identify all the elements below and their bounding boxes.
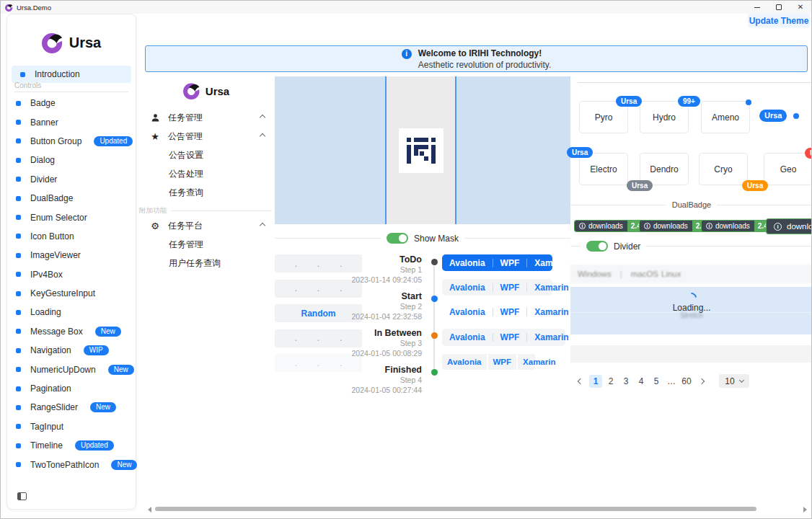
badge-card-geo: Geo [764,153,812,185]
loading-background-tabs: Windows | macOS Linux [570,265,812,283]
gear-icon: ⚙ [149,221,161,231]
sidebar-item-dualbadge[interactable]: DualBadge [7,189,136,208]
toggle-knob [399,234,407,242]
sidebar-item-introduction[interactable]: Introduction [12,66,131,83]
badge-card-ameno: Ameno [701,101,750,133]
badge-pill: Ursa [742,180,768,191]
group-button-xamarin[interactable]: Xamarin [518,358,560,366]
badge-pill: Ursa [616,96,642,107]
minimize-button[interactable] [746,1,768,14]
timeline-item: Finished Step 4 2024-01-05 00:27:44 [347,365,422,395]
pagination: 1 2 3 4 5 … 60 10 [574,374,749,388]
page-button-5[interactable]: 5 [650,375,663,388]
chevron-right-icon [699,378,705,383]
menu-item-announcement-settings[interactable]: 公告设置 [138,146,275,164]
sidebar-item-imageviewer[interactable]: ImageViewer [7,246,136,265]
group-button-wpf[interactable]: WPF [493,307,527,317]
update-theme-button[interactable]: Update Theme [748,14,810,27]
bullet-icon [16,215,21,220]
badge-pill: 99+ [678,96,700,107]
group-button-wpf[interactable]: WPF [493,258,527,268]
menu-item-task-management-child[interactable]: 任务管理 [138,235,275,254]
timeline-dot [431,332,438,339]
menu-item-announcement-processing[interactable]: 公告处理 [138,164,275,183]
group-button-avalonia[interactable]: Avalonia [442,258,493,268]
page-size-dropdown[interactable]: 10 [719,374,749,388]
timeline-line [433,266,435,374]
menu-item-user-task-query[interactable]: 用户任务查询 [138,254,275,272]
page-button-60[interactable]: 60 [680,375,693,388]
bullet-icon [16,272,21,277]
menu-item-task-query[interactable]: 任务查询 [138,183,275,202]
next-page-button[interactable] [695,375,708,388]
menu-item-announcement-management[interactable]: ★ 公告管理 [138,127,275,146]
group-button-wpf[interactable]: WPF [493,283,527,293]
menu-item-task-management[interactable]: 任务管理 [138,108,275,127]
info-icon: i [402,49,412,59]
divider-line [464,238,570,239]
group-button-avalonia[interactable]: Avalonia [442,332,493,342]
sidebar-item-loading[interactable]: Loading [7,303,136,321]
group-button-avalonia[interactable]: Avalonia [442,358,487,366]
page-button-2[interactable]: 2 [604,375,617,388]
sidebar-item-navigation[interactable]: NavigationWIP [7,341,136,360]
sidebar-section-controls: Controls [14,81,128,92]
close-button[interactable]: ✕ [790,1,811,14]
bullet-icon [16,291,21,296]
sidebar-item-pagination[interactable]: Pagination [7,379,136,398]
window-title: Ursa.Demo [17,4,51,12]
demo-navigation-menu: Ursa 任务管理 ★ 公告管理 公告设置 公告处理 任务查询 附加功能 [138,73,275,491]
divider-line [578,82,812,83]
group-button-avalonia[interactable]: Avalonia [442,307,493,317]
tab-macos: macOS [631,270,658,278]
sidebar-item-badge[interactable]: Badge [7,94,136,112]
button-group-compact: Avalonia WPF Xamarin [442,354,535,370]
page-ellipsis[interactable]: … [665,375,678,388]
sidebar-item-timeline[interactable]: TimelineUpdated [7,436,136,455]
user-icon [149,113,161,123]
sidebar-item-button-group[interactable]: Button GroupUpdated [7,132,136,151]
dualbadge-divider: DualBadge [570,200,812,209]
divider-line: | [620,270,622,278]
sidebar-item-icon-button[interactable]: Icon Button [7,227,136,246]
sidebar-item-ipv4box[interactable]: IPv4Box [7,265,136,284]
maximize-button[interactable] [768,1,790,14]
scroll-left-arrow[interactable] [148,507,151,513]
page-button-3[interactable]: 3 [619,375,632,388]
page-button-4[interactable]: 4 [635,375,648,388]
sidebar-item-rangeslider[interactable]: RangeSliderNew [7,398,136,417]
previous-page-button[interactable] [574,375,587,388]
standalone-badge-dot [793,113,799,119]
sidebar-item-twotonepathicon[interactable]: TwoTonePathIconNew [7,455,136,474]
collapse-sidebar-button[interactable] [17,492,27,502]
sidebar-item-divider[interactable]: Divider [7,170,136,189]
sidebar-item-enum-selector[interactable]: Enum Selector [7,208,136,226]
scrollbar-thumb[interactable] [155,507,756,511]
group-button-wpf[interactable]: WPF [488,358,517,366]
sidebar-item-banner[interactable]: Banner [7,112,136,131]
ursa-logo-icon [183,82,200,99]
show-mask-divider: Show Mask [275,233,570,244]
maximize-icon [776,4,782,10]
sidebar-item-keygestureinput[interactable]: KeyGestureInput [7,284,136,303]
sidebar-item-numericupdown[interactable]: NumericUpDownNew [7,360,136,378]
status-badge: Updated [94,136,133,146]
sidebar-item-message-box[interactable]: Message BoxNew [7,322,136,341]
divider-line [275,238,381,239]
page-button-1[interactable]: 1 [589,375,602,388]
sidebar-item-taginput[interactable]: TagInput [7,417,136,436]
sidebar-item-dialog[interactable]: Dialog [7,151,136,169]
badge-pill: Ursa [805,148,812,159]
menu-item-task-platform[interactable]: ⚙ 任务平台 [138,216,275,235]
group-button-wpf[interactable]: WPF [493,332,527,342]
status-badge: WIP [84,345,109,355]
group-button-avalonia[interactable]: Avalonia [442,283,493,293]
viewer-visible-strip[interactable] [385,76,456,224]
tab-windows: Windows [578,270,612,278]
sidebar: Ursa Introduction Controls Badge Banner … [6,14,136,510]
divider-toggle[interactable] [586,241,608,252]
scroll-right-arrow[interactable] [803,507,807,513]
button-group-wide: Avalonia WPF Xamarin [442,329,565,346]
show-mask-toggle[interactable] [387,233,408,244]
status-badge: New [95,327,121,337]
